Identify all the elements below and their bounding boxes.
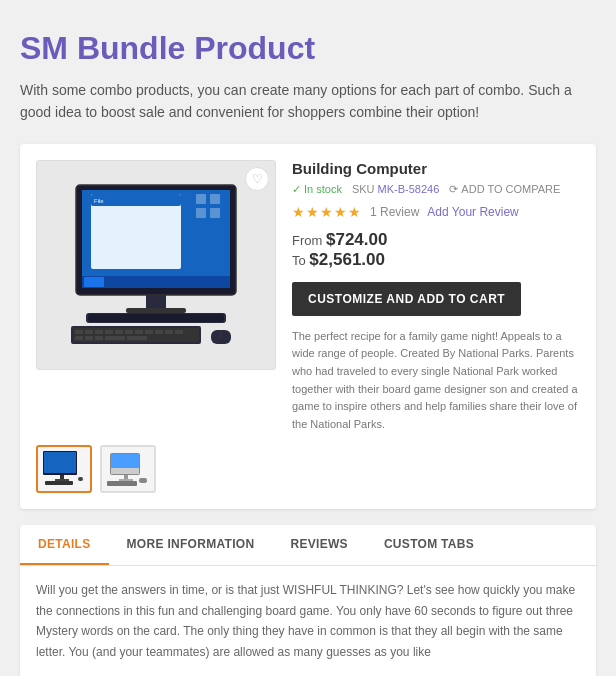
page-wrapper: SM Bundle Product With some combo produc… bbox=[20, 20, 596, 676]
stock-status: In stock bbox=[292, 183, 342, 196]
svg-rect-48 bbox=[139, 478, 147, 483]
svg-rect-20 bbox=[95, 330, 103, 334]
svg-rect-21 bbox=[105, 330, 113, 334]
thumbnail-2[interactable] bbox=[100, 445, 156, 493]
svg-rect-7 bbox=[196, 208, 206, 218]
sku-label: SKU MK-B-58246 bbox=[352, 183, 439, 195]
sku-link[interactable]: MK-B-58246 bbox=[378, 183, 440, 195]
svg-rect-12 bbox=[146, 295, 166, 310]
add-review-link[interactable]: Add Your Review bbox=[427, 205, 518, 219]
price-to-value: $2,561.00 bbox=[309, 250, 385, 269]
tabs-nav: DETAILS MORE INFORMATION REVIEWS CUSTOM … bbox=[20, 525, 596, 566]
svg-rect-31 bbox=[95, 336, 103, 340]
thumb-2-img bbox=[105, 450, 151, 488]
heart-icon: ♡ bbox=[252, 172, 263, 186]
svg-rect-10 bbox=[91, 194, 181, 206]
tab-reviews[interactable]: REVIEWS bbox=[272, 525, 365, 565]
compare-icon: ⟳ bbox=[449, 183, 458, 196]
svg-rect-46 bbox=[119, 479, 133, 481]
svg-rect-45 bbox=[124, 475, 128, 479]
svg-rect-37 bbox=[44, 452, 76, 473]
product-card: File bbox=[20, 144, 596, 510]
svg-rect-19 bbox=[85, 330, 93, 334]
page-description: With some combo products, you can create… bbox=[20, 79, 596, 124]
svg-rect-4 bbox=[84, 277, 104, 287]
svg-rect-32 bbox=[105, 336, 125, 340]
tab-custom-tabs[interactable]: CUSTOM TABS bbox=[366, 525, 492, 565]
tab-description: Will you get the answers in time, or is … bbox=[36, 580, 580, 662]
wishlist-button[interactable]: ♡ bbox=[245, 167, 269, 191]
product-description: The perfect recipe for a family game nig… bbox=[292, 328, 580, 434]
svg-rect-26 bbox=[155, 330, 163, 334]
review-count: 1 Review bbox=[370, 205, 419, 219]
header-section: SM Bundle Product With some combo produc… bbox=[20, 20, 596, 144]
svg-rect-44 bbox=[111, 454, 139, 468]
review-line: ★★★★★ 1 Review Add Your Review bbox=[292, 204, 580, 220]
price-from-value: $724.00 bbox=[326, 230, 387, 249]
svg-rect-38 bbox=[60, 475, 64, 479]
product-name: Building Computer bbox=[292, 160, 580, 177]
product-inner: File bbox=[36, 160, 580, 434]
thumb-1-img bbox=[41, 450, 87, 488]
product-image-main: File bbox=[36, 160, 276, 370]
svg-rect-23 bbox=[125, 330, 133, 334]
svg-text:File: File bbox=[94, 198, 104, 204]
svg-rect-6 bbox=[210, 194, 220, 204]
tab-details[interactable]: DETAILS bbox=[20, 525, 109, 565]
price-to: To $2,561.00 bbox=[292, 250, 580, 270]
price-section: From $724.00 To $2,561.00 bbox=[292, 230, 580, 270]
svg-rect-22 bbox=[115, 330, 123, 334]
tab-more-info[interactable]: MORE INFORMATION bbox=[109, 525, 273, 565]
svg-rect-41 bbox=[78, 477, 83, 481]
product-meta: In stock SKU MK-B-58246 ⟳ ADD TO COMPARE bbox=[292, 183, 580, 196]
svg-rect-25 bbox=[145, 330, 153, 334]
thumbnails bbox=[36, 445, 580, 493]
svg-rect-18 bbox=[75, 330, 83, 334]
compare-link[interactable]: ⟳ ADD TO COMPARE bbox=[449, 183, 560, 196]
thumbnail-1[interactable] bbox=[36, 445, 92, 493]
customize-add-to-cart-button[interactable]: CUSTOMIZE AND ADD TO CART bbox=[292, 282, 521, 316]
svg-rect-5 bbox=[196, 194, 206, 204]
svg-rect-39 bbox=[55, 479, 69, 481]
svg-rect-3 bbox=[82, 276, 230, 288]
svg-rect-27 bbox=[165, 330, 173, 334]
svg-rect-33 bbox=[127, 336, 147, 340]
product-image-svg: File bbox=[56, 180, 256, 350]
star-rating: ★★★★★ bbox=[292, 204, 362, 220]
tabs-section: DETAILS MORE INFORMATION REVIEWS CUSTOM … bbox=[20, 525, 596, 676]
svg-rect-30 bbox=[85, 336, 93, 340]
price-from: From $724.00 bbox=[292, 230, 580, 250]
svg-rect-13 bbox=[126, 308, 186, 313]
svg-rect-29 bbox=[75, 336, 83, 340]
svg-rect-28 bbox=[175, 330, 183, 334]
svg-rect-40 bbox=[45, 481, 73, 485]
product-info: Building Computer In stock SKU MK-B-5824… bbox=[292, 160, 580, 434]
svg-rect-24 bbox=[135, 330, 143, 334]
svg-rect-47 bbox=[107, 481, 137, 486]
tab-content-details: Will you get the answers in time, or is … bbox=[20, 566, 596, 676]
svg-rect-8 bbox=[210, 208, 220, 218]
page-title: SM Bundle Product bbox=[20, 30, 596, 67]
svg-rect-15 bbox=[88, 314, 224, 322]
